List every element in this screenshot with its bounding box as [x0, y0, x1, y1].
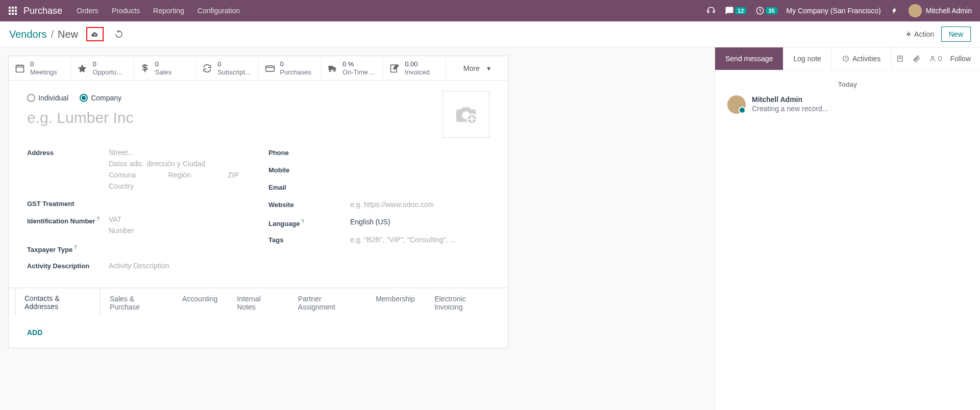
svg-rect-6 [9, 13, 11, 15]
label-language: Language? [268, 216, 350, 227]
svg-rect-1 [12, 7, 14, 9]
input-language[interactable]: English (US) [350, 216, 489, 227]
search-messages-icon[interactable] [896, 55, 904, 63]
stat-meetings[interactable]: 0Meetings [9, 56, 71, 80]
stat-subscriptions[interactable]: 0Subscript... [196, 56, 258, 80]
follow-button[interactable]: Follow [950, 55, 971, 63]
radio-icon [80, 94, 88, 102]
input-country[interactable]: Country [109, 181, 248, 192]
send-message-button[interactable]: Send message [715, 47, 783, 70]
tab-partner[interactable]: Partner Assignment [288, 288, 366, 317]
save-button[interactable] [86, 27, 104, 41]
label-email: Email [268, 182, 350, 191]
svg-point-19 [931, 56, 934, 59]
nav-configuration[interactable]: Configuration [198, 7, 240, 15]
name-input[interactable] [27, 107, 351, 129]
label-idnum: Identification Number? [27, 214, 109, 225]
truck-icon [327, 63, 337, 73]
input-tags[interactable]: e.g. "B2B", "VIP", "Consulting", ... [350, 234, 489, 245]
log-note-button[interactable]: Log note [783, 47, 831, 70]
chatter-panel: Send message Log note Activities 0 Follo… [715, 47, 980, 410]
main-navbar: Purchase Orders Products Reporting Confi… [0, 0, 980, 21]
chatter-date: Today [727, 81, 968, 88]
stat-invoiced[interactable]: 0.00Invoiced [383, 56, 446, 80]
card-icon [265, 63, 275, 73]
svg-point-10 [908, 33, 910, 35]
activities-icon[interactable]: 35 [755, 6, 777, 15]
breadcrumb-bar: Vendors / New Action New [0, 21, 980, 47]
radio-individual[interactable]: Individual [27, 94, 68, 102]
label-taxpayer: Taxpayer Type? [27, 242, 109, 253]
star-icon [77, 63, 87, 73]
radio-icon [27, 94, 35, 102]
message-avatar [727, 95, 746, 114]
input-region[interactable]: Región [168, 169, 216, 181]
stat-ontime[interactable]: 0 %On-Time ... [321, 56, 383, 80]
chatter-message: Mitchell Admin Creating a new record... [727, 95, 968, 114]
breadcrumb-vendors[interactable]: Vendors [9, 29, 46, 40]
user-menu[interactable]: Mitchell Admin [909, 4, 972, 17]
svg-rect-7 [12, 13, 14, 15]
stat-opportunities[interactable]: 0Opportu... [71, 56, 133, 80]
activities-button[interactable]: Activities [831, 47, 891, 70]
label-address: Address [27, 147, 109, 157]
tab-contacts[interactable]: Contacts & Addresses [15, 288, 100, 317]
input-mobile[interactable] [350, 164, 489, 175]
stat-more[interactable]: More ▾ [446, 56, 508, 80]
stat-purchases[interactable]: 0Purchases [259, 56, 321, 80]
dollar-icon [140, 63, 150, 73]
voip-icon[interactable] [706, 6, 716, 15]
activities-badge: 35 [766, 7, 777, 14]
tab-membership[interactable]: Membership [366, 288, 425, 317]
attachments-icon[interactable] [913, 55, 921, 63]
messages-icon[interactable]: 12 [725, 6, 746, 15]
svg-rect-8 [15, 13, 17, 15]
input-street2[interactable]: Datos adic. dirección y Ciudad [109, 158, 248, 169]
input-comuna[interactable]: Comuna [109, 169, 156, 181]
tab-sales[interactable]: Sales & Purchase [100, 288, 173, 317]
nav-reporting[interactable]: Reporting [153, 7, 184, 15]
input-vat[interactable]: VAT [109, 214, 248, 225]
svg-rect-5 [15, 10, 17, 12]
label-gst: GST Treatment [27, 198, 109, 208]
tab-notes[interactable]: Internal Notes [227, 288, 288, 317]
nav-products[interactable]: Products [112, 7, 140, 15]
user-name: Mitchell Admin [926, 7, 972, 15]
new-button[interactable]: New [941, 27, 971, 42]
label-tags: Tags [268, 234, 350, 244]
radio-company[interactable]: Company [80, 94, 121, 102]
messages-badge: 12 [735, 7, 746, 14]
label-phone: Phone [268, 147, 350, 157]
tools-icon[interactable] [890, 6, 899, 15]
user-avatar [909, 4, 922, 17]
input-phone[interactable] [350, 147, 489, 158]
message-text: Creating a new record... [752, 105, 828, 113]
svg-rect-0 [9, 7, 11, 9]
svg-rect-11 [16, 65, 24, 72]
input-email[interactable] [350, 182, 489, 193]
followers-count[interactable]: 0 [929, 55, 942, 63]
svg-rect-12 [265, 66, 274, 71]
add-contact-button[interactable]: ADD [9, 317, 61, 348]
input-number[interactable]: Number [109, 225, 248, 236]
discard-button[interactable] [115, 30, 123, 38]
label-website: Website [268, 199, 350, 209]
form-sheet: 0Meetings 0Opportu... 0Sales [8, 56, 508, 348]
tab-einvoicing[interactable]: Electronic Invoicing [425, 288, 502, 317]
company-selector[interactable]: My Company (San Francisco) [787, 7, 881, 15]
stat-sales[interactable]: 0Sales [134, 56, 196, 80]
input-activity[interactable]: Activity Description [109, 260, 248, 271]
input-website[interactable]: e.g. https://www.odoo.com [350, 199, 489, 210]
apps-icon[interactable] [8, 6, 17, 15]
image-upload[interactable] [443, 91, 489, 138]
svg-point-13 [329, 69, 331, 71]
message-author: Mitchell Admin [752, 95, 828, 104]
refresh-icon [202, 63, 212, 73]
action-menu[interactable]: Action [905, 30, 934, 38]
tab-accounting[interactable]: Accounting [173, 288, 227, 317]
label-mobile: Mobile [268, 164, 350, 174]
nav-orders[interactable]: Orders [77, 7, 99, 15]
input-zip[interactable]: ZIP [228, 169, 248, 181]
input-street[interactable]: Street... [109, 147, 248, 158]
app-brand[interactable]: Purchase [23, 6, 62, 16]
